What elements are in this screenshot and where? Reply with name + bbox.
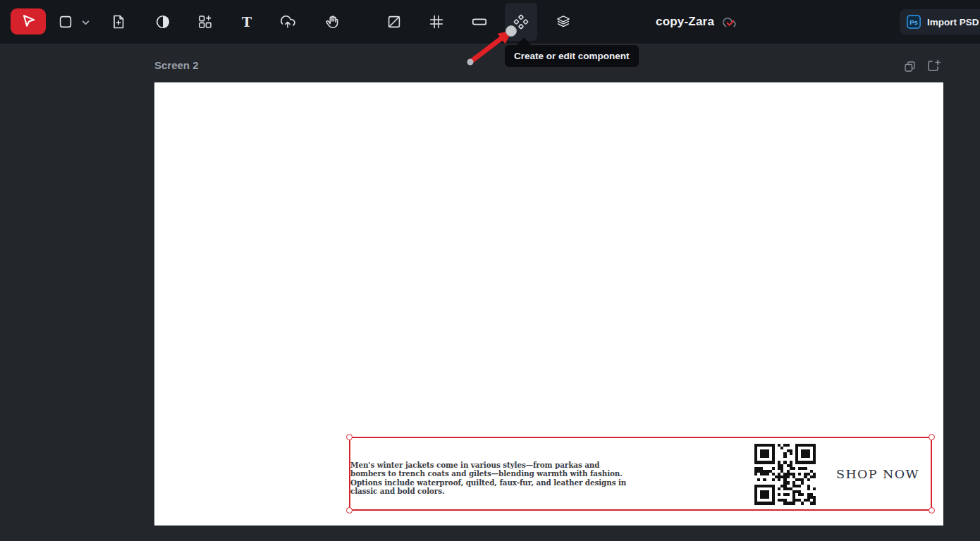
tooltip-caret (517, 37, 531, 45)
cursor-icon (19, 12, 38, 31)
document-title: copy-Zara (656, 15, 714, 29)
button-shape-icon (471, 13, 488, 30)
layout-grid-button[interactable] (424, 9, 449, 35)
duplicate-icon (902, 59, 917, 74)
component-tool-button[interactable] (505, 3, 537, 41)
contrast-icon (154, 13, 171, 30)
layers-button[interactable] (551, 9, 576, 35)
text-tool-icon: T (238, 13, 255, 30)
tooltip: Create or edit component (505, 45, 639, 67)
file-plus-icon (110, 13, 127, 30)
selection-box[interactable] (349, 437, 932, 511)
selection-handle-top-left[interactable] (346, 434, 353, 440)
button-shape-tool[interactable] (467, 9, 492, 35)
hand-tool-button[interactable] (319, 9, 345, 35)
text-tool-button[interactable]: T (234, 9, 259, 35)
cloud-upload-button[interactable] (275, 9, 300, 35)
add-frame-icon (926, 58, 942, 75)
shape-tool-button[interactable] (53, 9, 78, 35)
cloud-check-icon[interactable] (721, 14, 737, 30)
add-widgets-button[interactable] (192, 9, 218, 35)
text-tool-glyph: T (242, 14, 252, 30)
import-psd-label: Import PSD (927, 17, 979, 27)
screen-label[interactable]: Screen 2 (154, 59, 199, 71)
selection-handle-bottom-right[interactable] (929, 507, 935, 514)
toolbar: T (0, 0, 980, 44)
duplicate-screen-button[interactable] (900, 56, 919, 76)
contrast-tool-button[interactable] (150, 9, 176, 35)
mask-disabled-icon (386, 13, 403, 30)
widgets-plus-icon (197, 13, 214, 30)
component-icon (513, 13, 529, 30)
selection-handle-bottom-left[interactable] (346, 507, 353, 514)
mask-off-button[interactable] (381, 9, 407, 35)
rectangle-icon (57, 13, 74, 30)
new-page-button[interactable] (106, 9, 131, 35)
chevron-down-icon (82, 19, 90, 27)
grid-icon (428, 13, 445, 30)
cloud-upload-icon (279, 13, 296, 30)
hand-icon (324, 13, 341, 30)
import-psd-button[interactable]: Ps Import PSD (900, 9, 980, 35)
annotation-dot-start (467, 59, 474, 66)
add-screen-button[interactable] (924, 56, 943, 76)
photoshop-icon: Ps (907, 15, 921, 29)
select-tool-button[interactable] (11, 8, 46, 35)
photoshop-icon-text: Ps (909, 18, 918, 26)
selection-handle-top-right[interactable] (929, 434, 935, 440)
document-title-group: copy-Zara (656, 0, 737, 44)
design-app: T (0, 0, 980, 541)
shape-tool-dropdown[interactable] (80, 18, 91, 27)
layers-icon (555, 13, 572, 30)
